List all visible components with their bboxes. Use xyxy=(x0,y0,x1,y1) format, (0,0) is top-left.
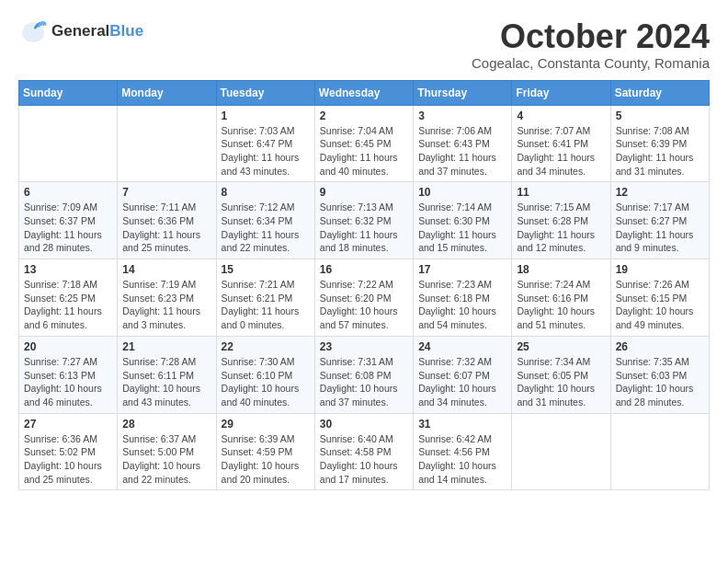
day-info: Sunrise: 7:07 AM Sunset: 6:41 PM Dayligh… xyxy=(517,124,605,178)
day-number: 16 xyxy=(320,263,408,276)
table-row: 21Sunrise: 7:28 AM Sunset: 6:11 PM Dayli… xyxy=(118,336,216,413)
day-info: Sunrise: 7:22 AM Sunset: 6:20 PM Dayligh… xyxy=(320,278,408,332)
calendar-week-1: 1Sunrise: 7:03 AM Sunset: 6:47 PM Daylig… xyxy=(19,105,710,182)
col-monday: Monday xyxy=(118,80,216,105)
col-thursday: Thursday xyxy=(414,80,512,105)
day-number: 17 xyxy=(418,263,506,276)
title-block: October 2024 Cogealac, Constanta County,… xyxy=(472,18,710,71)
day-info: Sunrise: 7:13 AM Sunset: 6:32 PM Dayligh… xyxy=(320,201,408,255)
table-row: 9Sunrise: 7:13 AM Sunset: 6:32 PM Daylig… xyxy=(314,182,413,259)
table-row: 20Sunrise: 7:27 AM Sunset: 6:13 PM Dayli… xyxy=(19,336,118,413)
day-number: 14 xyxy=(122,263,210,276)
day-info: Sunrise: 7:17 AM Sunset: 6:27 PM Dayligh… xyxy=(616,201,704,255)
day-number: 12 xyxy=(616,186,704,199)
table-row: 1Sunrise: 7:03 AM Sunset: 6:47 PM Daylig… xyxy=(216,105,314,182)
day-info: Sunrise: 7:30 AM Sunset: 6:10 PM Dayligh… xyxy=(222,355,310,409)
day-info: Sunrise: 7:09 AM Sunset: 6:37 PM Dayligh… xyxy=(24,201,112,255)
table-row: 30Sunrise: 6:40 AM Sunset: 4:58 PM Dayli… xyxy=(314,413,413,490)
day-number: 10 xyxy=(418,186,506,199)
day-info: Sunrise: 7:23 AM Sunset: 6:18 PM Dayligh… xyxy=(418,278,506,332)
table-row: 19Sunrise: 7:26 AM Sunset: 6:15 PM Dayli… xyxy=(610,259,709,337)
day-info: Sunrise: 6:40 AM Sunset: 4:58 PM Dayligh… xyxy=(320,432,408,487)
table-row: 13Sunrise: 7:18 AM Sunset: 6:25 PM Dayli… xyxy=(19,259,118,337)
day-info: Sunrise: 6:36 AM Sunset: 5:02 PM Dayligh… xyxy=(24,432,112,487)
day-number: 28 xyxy=(122,418,210,431)
table-row xyxy=(610,413,709,490)
day-info: Sunrise: 7:08 AM Sunset: 6:39 PM Dayligh… xyxy=(616,124,704,178)
day-number: 24 xyxy=(418,340,506,353)
day-number: 6 xyxy=(24,186,112,199)
table-row: 28Sunrise: 6:37 AM Sunset: 5:00 PM Dayli… xyxy=(118,413,216,490)
day-info: Sunrise: 7:28 AM Sunset: 6:11 PM Dayligh… xyxy=(122,355,210,409)
day-info: Sunrise: 7:03 AM Sunset: 6:47 PM Dayligh… xyxy=(222,124,310,178)
page-header: GeneralBlue October 2024 Cogealac, Const… xyxy=(18,18,710,71)
calendar-week-2: 6Sunrise: 7:09 AM Sunset: 6:37 PM Daylig… xyxy=(19,182,710,259)
table-row: 24Sunrise: 7:32 AM Sunset: 6:07 PM Dayli… xyxy=(414,336,512,413)
day-info: Sunrise: 7:11 AM Sunset: 6:36 PM Dayligh… xyxy=(122,201,210,255)
table-row xyxy=(512,413,610,490)
table-row: 2Sunrise: 7:04 AM Sunset: 6:45 PM Daylig… xyxy=(314,105,413,182)
day-number: 19 xyxy=(616,263,704,276)
table-row: 8Sunrise: 7:12 AM Sunset: 6:34 PM Daylig… xyxy=(216,182,314,259)
table-row: 12Sunrise: 7:17 AM Sunset: 6:27 PM Dayli… xyxy=(610,182,709,259)
col-tuesday: Tuesday xyxy=(216,80,314,105)
day-number: 26 xyxy=(616,340,704,353)
day-info: Sunrise: 7:19 AM Sunset: 6:23 PM Dayligh… xyxy=(122,278,210,332)
table-row: 4Sunrise: 7:07 AM Sunset: 6:41 PM Daylig… xyxy=(512,105,610,182)
logo-text: GeneralBlue xyxy=(51,22,143,40)
col-saturday: Saturday xyxy=(610,80,709,105)
table-row: 16Sunrise: 7:22 AM Sunset: 6:20 PM Dayli… xyxy=(314,259,413,337)
day-number: 22 xyxy=(222,340,310,353)
calendar-header-row: Sunday Monday Tuesday Wednesday Thursday… xyxy=(19,80,710,105)
table-row xyxy=(19,105,118,182)
day-info: Sunrise: 7:04 AM Sunset: 6:45 PM Dayligh… xyxy=(320,124,408,178)
day-number: 8 xyxy=(222,186,310,199)
day-number: 25 xyxy=(517,340,605,353)
col-friday: Friday xyxy=(512,80,610,105)
day-number: 23 xyxy=(320,340,408,353)
day-info: Sunrise: 7:14 AM Sunset: 6:30 PM Dayligh… xyxy=(418,201,506,255)
day-number: 2 xyxy=(320,109,408,122)
table-row xyxy=(118,105,216,182)
day-number: 1 xyxy=(222,109,310,122)
table-row: 11Sunrise: 7:15 AM Sunset: 6:28 PM Dayli… xyxy=(512,182,610,259)
day-info: Sunrise: 7:06 AM Sunset: 6:43 PM Dayligh… xyxy=(418,124,506,178)
day-info: Sunrise: 7:24 AM Sunset: 6:16 PM Dayligh… xyxy=(517,278,605,332)
location-subtitle: Cogealac, Constanta County, Romania xyxy=(472,55,710,71)
day-number: 29 xyxy=(222,418,310,431)
day-info: Sunrise: 7:32 AM Sunset: 6:07 PM Dayligh… xyxy=(418,355,506,409)
col-wednesday: Wednesday xyxy=(314,80,413,105)
day-number: 7 xyxy=(122,186,210,199)
day-number: 21 xyxy=(122,340,210,353)
day-number: 3 xyxy=(418,109,506,122)
table-row: 31Sunrise: 6:42 AM Sunset: 4:56 PM Dayli… xyxy=(414,413,512,490)
table-row: 7Sunrise: 7:11 AM Sunset: 6:36 PM Daylig… xyxy=(118,182,216,259)
day-number: 20 xyxy=(24,340,112,353)
table-row: 25Sunrise: 7:34 AM Sunset: 6:05 PM Dayli… xyxy=(512,336,610,413)
day-info: Sunrise: 7:35 AM Sunset: 6:03 PM Dayligh… xyxy=(616,355,704,409)
day-number: 30 xyxy=(320,418,408,431)
logo-icon xyxy=(18,18,48,44)
day-info: Sunrise: 6:37 AM Sunset: 5:00 PM Dayligh… xyxy=(122,432,210,487)
calendar-week-3: 13Sunrise: 7:18 AM Sunset: 6:25 PM Dayli… xyxy=(19,259,710,337)
day-number: 27 xyxy=(24,418,112,431)
day-info: Sunrise: 7:27 AM Sunset: 6:13 PM Dayligh… xyxy=(24,355,112,409)
table-row: 27Sunrise: 6:36 AM Sunset: 5:02 PM Dayli… xyxy=(19,413,118,490)
day-number: 15 xyxy=(222,263,310,276)
day-info: Sunrise: 7:26 AM Sunset: 6:15 PM Dayligh… xyxy=(616,278,704,332)
day-info: Sunrise: 7:18 AM Sunset: 6:25 PM Dayligh… xyxy=(24,278,112,332)
day-number: 13 xyxy=(24,263,112,276)
table-row: 3Sunrise: 7:06 AM Sunset: 6:43 PM Daylig… xyxy=(414,105,512,182)
day-info: Sunrise: 7:15 AM Sunset: 6:28 PM Dayligh… xyxy=(517,201,605,255)
table-row: 17Sunrise: 7:23 AM Sunset: 6:18 PM Dayli… xyxy=(414,259,512,337)
table-row: 23Sunrise: 7:31 AM Sunset: 6:08 PM Dayli… xyxy=(314,336,413,413)
month-title: October 2024 xyxy=(472,18,710,55)
table-row: 18Sunrise: 7:24 AM Sunset: 6:16 PM Dayli… xyxy=(512,259,610,337)
day-info: Sunrise: 7:31 AM Sunset: 6:08 PM Dayligh… xyxy=(320,355,408,409)
col-sunday: Sunday xyxy=(19,80,118,105)
day-number: 9 xyxy=(320,186,408,199)
table-row: 15Sunrise: 7:21 AM Sunset: 6:21 PM Dayli… xyxy=(216,259,314,337)
day-number: 18 xyxy=(517,263,605,276)
table-row: 14Sunrise: 7:19 AM Sunset: 6:23 PM Dayli… xyxy=(118,259,216,337)
day-info: Sunrise: 7:12 AM Sunset: 6:34 PM Dayligh… xyxy=(222,201,310,255)
